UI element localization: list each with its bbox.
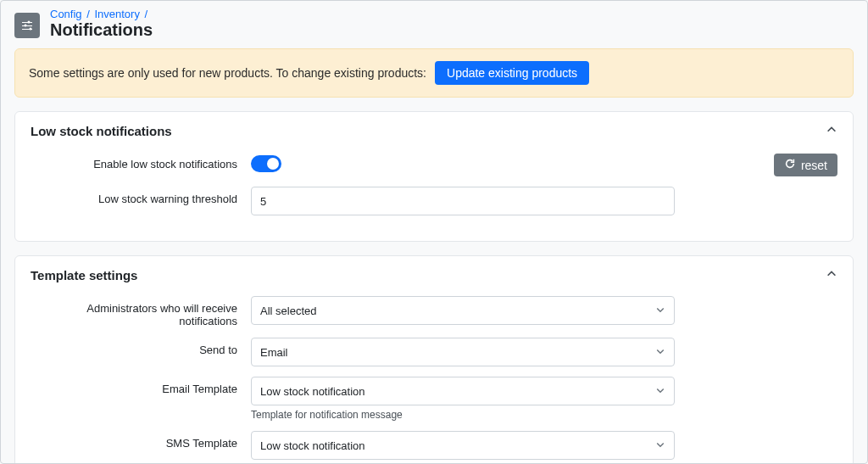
- breadcrumb-sep: /: [145, 8, 148, 20]
- enable-notifications-toggle[interactable]: [251, 155, 281, 172]
- panel-template-title: Template settings: [31, 268, 137, 282]
- reset-button-label: reset: [801, 159, 827, 172]
- breadcrumb: Config / Inventory /: [50, 8, 153, 20]
- panel-template-header[interactable]: Template settings: [15, 256, 853, 289]
- sms-template-label: SMS Template: [31, 431, 251, 450]
- sliders-icon: [14, 13, 40, 38]
- threshold-input[interactable]: [251, 187, 675, 215]
- reset-button[interactable]: reset: [774, 154, 837, 176]
- email-template-select[interactable]: Low stock notification: [251, 377, 675, 405]
- breadcrumb-inventory[interactable]: Inventory: [94, 8, 139, 20]
- panel-low-stock: Low stock notifications Enable low stock…: [14, 111, 854, 242]
- chevron-down-icon: [655, 439, 665, 452]
- enable-notifications-label: Enable low stock notifications: [31, 152, 251, 171]
- send-to-select[interactable]: Email: [251, 338, 675, 366]
- notice-banner: Some settings are only used for new prod…: [14, 48, 854, 98]
- email-template-label: Email Template: [31, 377, 251, 395]
- sms-template-value: Low stock notification: [260, 439, 365, 452]
- send-to-label: Send to: [31, 338, 251, 356]
- sms-template-select[interactable]: Low stock notification: [251, 431, 675, 460]
- breadcrumb-config[interactable]: Config: [50, 8, 82, 20]
- admins-select[interactable]: All selected: [251, 296, 675, 325]
- email-template-help: Template for notification message: [251, 409, 675, 421]
- page-header: Config / Inventory / Notifications: [1, 1, 867, 48]
- page-title: Notifications: [50, 20, 153, 40]
- chevron-down-icon: [655, 346, 665, 359]
- breadcrumb-sep: /: [86, 8, 90, 20]
- chevron-down-icon: [655, 385, 665, 398]
- email-template-value: Low stock notification: [260, 385, 365, 398]
- chevron-up-icon: [826, 268, 837, 282]
- admins-value: All selected: [260, 305, 316, 317]
- panel-low-stock-header[interactable]: Low stock notifications: [15, 112, 853, 145]
- chevron-up-icon: [826, 124, 837, 138]
- refresh-icon: [784, 158, 796, 172]
- chevron-down-icon: [655, 305, 665, 317]
- send-to-value: Email: [260, 346, 288, 359]
- update-existing-products-button[interactable]: Update existing products: [435, 61, 589, 85]
- admins-label: Administrators who will receive notifica…: [31, 296, 251, 327]
- threshold-label: Low stock warning threshold: [31, 187, 251, 205]
- panel-low-stock-title: Low stock notifications: [31, 124, 172, 138]
- notice-text: Some settings are only used for new prod…: [29, 66, 426, 80]
- panel-template-settings: Template settings Administrators who wil…: [14, 255, 854, 464]
